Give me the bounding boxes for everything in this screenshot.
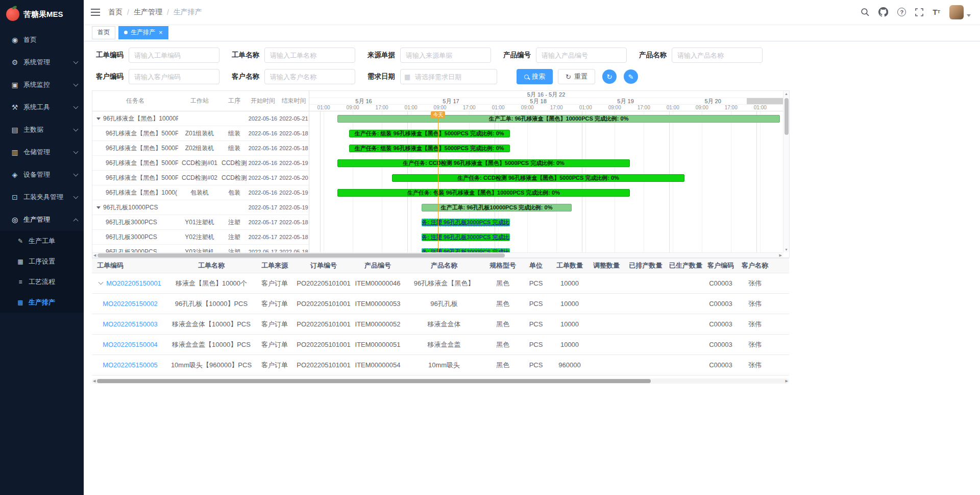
production-task-bar[interactable]: 生产任务: CCD检测 96孔移液盒【黑色】5000PCS 完成比例: 0%: [337, 159, 630, 167]
sidebar-item-equipment[interactable]: ◈设备管理: [0, 163, 84, 186]
collapse-icon[interactable]: [96, 206, 101, 209]
start-time: 2022-05-16: [248, 115, 278, 122]
breadcrumb-home[interactable]: 首页: [108, 8, 122, 17]
gantt-column-header: 工作站: [178, 97, 221, 105]
close-icon[interactable]: ×: [159, 29, 163, 36]
table-horizontal-scrollbar[interactable]: ◀ ▶: [92, 379, 789, 384]
reset-button[interactable]: ↻重置: [558, 69, 595, 84]
work-order-link[interactable]: MO202205150001: [106, 279, 161, 287]
filter-input-r1-1[interactable]: [264, 48, 355, 63]
workstation: Z02组装机: [178, 144, 221, 153]
sidebar-subitem-craft-flow[interactable]: ≡工艺流程: [0, 272, 84, 292]
gantt-hour-label: 17:00: [638, 105, 650, 111]
filter-input-r1-4[interactable]: [672, 48, 763, 63]
tab-scheduling[interactable]: 生产排产 ×: [118, 26, 168, 39]
task-name: 96孔移液盒【黑色】5000P(: [92, 159, 178, 168]
cell-item: ITEM00000051: [352, 341, 403, 348]
github-icon[interactable]: [878, 7, 888, 18]
work-order-bar[interactable]: 生产工单: 96孔孔板10000PCS 完成比例: 0%: [422, 204, 572, 211]
scroll-down-icon[interactable]: ▼: [783, 248, 789, 251]
start-time: 2022-05-17: [248, 175, 278, 181]
work-order-link[interactable]: MO202205150005: [103, 361, 158, 369]
scroll-right-icon[interactable]: ▶: [779, 253, 782, 257]
sidebar-item-home[interactable]: ◉首页: [0, 29, 84, 51]
sidebar-item-system-admin[interactable]: ⚙系统管理: [0, 51, 84, 74]
gantt-hour-label: 09:00: [696, 105, 708, 111]
fullscreen-icon[interactable]: [915, 7, 923, 18]
sidebar-subitem-work-order[interactable]: ✎生产工单: [0, 231, 84, 251]
production-task-bar[interactable]: 生产任务: 组装 96孔移液盒【黑色】5000PCS 完成比例: 0%: [349, 130, 510, 137]
tab-home[interactable]: 首页: [92, 26, 115, 39]
process: CCD检测: [221, 159, 248, 168]
gantt-hour-label: 09:00: [521, 105, 534, 111]
sidebar-item-master-data[interactable]: ▤主数据: [0, 119, 84, 141]
scroll-left-icon[interactable]: ◀: [93, 253, 96, 257]
cell-unit: PCS: [521, 341, 551, 348]
production-task-bar[interactable]: 生产任务: CCD检测 96孔移液盒【黑色】5000PCS 完成比例: 0%: [392, 174, 684, 182]
process: 注塑: [221, 233, 248, 242]
scrollbar-thumb[interactable]: [785, 98, 789, 135]
production-task-bar[interactable]: 生产任务: 包装 96孔移液盒【黑色】10000PCS 完成比例: 0%: [337, 189, 630, 197]
scrollbar-thumb[interactable]: [97, 379, 651, 383]
sidebar-item-system-tools[interactable]: ⚒系统工具: [0, 96, 84, 119]
refresh-gantt-button[interactable]: ↻: [602, 69, 617, 84]
search-button[interactable]: 搜索: [517, 69, 553, 84]
filter-group-r1-2: 来源单据: [368, 48, 491, 63]
cell-qty: 10000: [551, 300, 588, 308]
production-task-bar[interactable]: 生产任务: 注塑 96孔孔板3000PCS 完成比例: 0%: [422, 219, 510, 226]
scrollbar-thumb[interactable]: [97, 253, 505, 257]
work-order-table: 工单编码工单名称工单来源订单编号产品编号产品名称规格型号单位工单数量调整数量已排…: [92, 258, 789, 375]
gantt-bar-row: 生产任务: 组装 96孔移液盒【黑色】5000PCS 完成比例: 0%: [309, 141, 783, 156]
sidebar-item-system-monitor[interactable]: ▣系统监控: [0, 74, 84, 96]
expand-row-icon[interactable]: [99, 280, 104, 285]
scroll-left-icon[interactable]: ◀: [93, 379, 95, 383]
work-order-link[interactable]: MO202205150004: [103, 341, 158, 348]
search-icon[interactable]: [861, 7, 869, 18]
filter-input-r1-0[interactable]: [129, 48, 219, 63]
filter-input-r2-1[interactable]: [264, 69, 355, 84]
edit-gantt-button[interactable]: ✎: [624, 69, 638, 84]
production-task-bar[interactable]: 生产任务: 注塑 96孔孔板3000PCS 完成比例: 0%: [422, 248, 510, 252]
filter-input-r2-2[interactable]: [400, 69, 497, 84]
filter-input-r1-2[interactable]: [400, 48, 491, 63]
help-icon[interactable]: ?: [897, 7, 906, 18]
column-header-scheduled: 已排产数量: [625, 261, 667, 270]
production-task-bar[interactable]: 生产任务: 组装 96孔移液盒【黑色】5000PCS 完成比例: 0%: [349, 145, 510, 152]
column-header-code: 工单编码: [92, 261, 168, 270]
work-order-bar[interactable]: 生产工单: 96孔移液盒【黑色】10000PCS 完成比例: 0%: [337, 115, 780, 123]
process: 组装: [221, 129, 248, 138]
task-name-label: 96孔孔板3000PCS: [106, 248, 157, 253]
sidebar-toggle-icon[interactable]: [91, 9, 100, 16]
gantt-task-row: 96孔孔板3000PCSY01注塑机注塑2022-05-172022-05-18: [92, 215, 309, 230]
gantt-hour-label: 01:00: [405, 105, 418, 111]
gantt-bar-row: 生产任务: CCD检测 96孔移液盒【黑色】5000PCS 完成比例: 0%: [309, 171, 783, 185]
sidebar-item-production[interactable]: ◎生产管理: [0, 208, 84, 231]
task-name: 96孔孔板10000PCS: [92, 203, 178, 212]
gantt-vertical-scrollbar[interactable]: ▲ ▼: [783, 91, 789, 252]
workstation: Y03注塑机: [178, 248, 221, 253]
breadcrumb-production[interactable]: 生产管理: [134, 8, 162, 17]
chevron-down-icon[interactable]: [967, 14, 971, 17]
start-time: 2022-05-17: [248, 249, 278, 252]
scroll-right-icon[interactable]: ▶: [786, 379, 788, 383]
sidebar-item-warehouse[interactable]: ▥仓储管理: [0, 141, 84, 163]
user-avatar[interactable]: [949, 7, 964, 18]
table-row: MO202205150003移液盒盒体【10000】PCS客户订单PO20220…: [92, 314, 789, 335]
font-size-icon[interactable]: TT: [933, 7, 940, 18]
gantt-horizontal-scrollbar[interactable]: ◀ ▶: [92, 252, 783, 257]
sidebar-subitem-process-setting[interactable]: ▦工序设置: [0, 251, 84, 272]
collapse-icon[interactable]: [96, 117, 101, 120]
sidebar-item-fixture[interactable]: ⊡工装夹具管理: [0, 186, 84, 208]
tab-label: 生产排产: [131, 28, 155, 37]
work-order-link[interactable]: MO202205150003: [103, 320, 158, 328]
task-name-label: 96孔移液盒【黑色】5000P(: [106, 129, 178, 138]
scroll-up-icon[interactable]: ▲: [783, 92, 789, 96]
work-order-link[interactable]: MO202205150002: [103, 300, 158, 308]
production-task-bar[interactable]: 生产任务: 注塑 96孔孔板3000PCS 完成比例: 0%: [422, 233, 510, 241]
start-time: 2022-05-17: [248, 219, 278, 225]
filter-input-r1-3[interactable]: [536, 48, 627, 63]
filter-input-r2-0[interactable]: [129, 69, 219, 84]
cell-spec: 黑色: [485, 320, 521, 329]
end-time: 2022-05-21: [278, 115, 309, 122]
sidebar-subitem-scheduling[interactable]: ▩生产排产: [0, 292, 84, 313]
